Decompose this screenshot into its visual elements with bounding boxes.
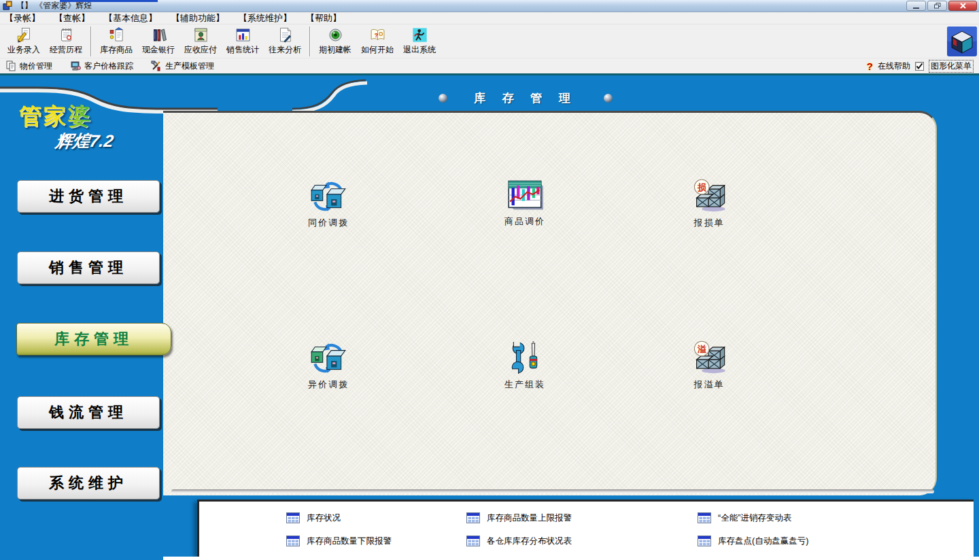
sphere-ornament-icon <box>439 94 447 103</box>
menu-query[interactable]: 【查帐】 <box>54 12 90 24</box>
menu-system-maintenance[interactable]: 【系统维护】 <box>239 12 292 24</box>
toolbar-label: 业务录入 <box>7 44 40 56</box>
production-template-icon <box>151 60 162 71</box>
exit-system-button[interactable]: 退出系统 <box>398 27 441 56</box>
report-almighty-flow-table[interactable]: “全能”进销存变动表 <box>698 512 974 524</box>
restore-button[interactable] <box>927 1 947 11</box>
table-icon <box>466 512 480 523</box>
production-template-button[interactable]: 生产模板管理 <box>151 60 214 72</box>
secondary-toolbar-right: ? 在线帮助 图形化菜单 <box>867 60 974 73</box>
brand-cube-icon[interactable] <box>947 27 977 56</box>
app-icon <box>3 1 13 11</box>
secondary-toolbar: 物价管理 客户价格跟踪 生产模板管理 ? 在线帮助 <box>0 58 979 73</box>
secondary-toolbar-left: 物价管理 客户价格跟踪 生产模板管理 <box>5 60 214 72</box>
operation-history-button[interactable]: 经营历程 <box>45 27 87 56</box>
check-icon <box>916 63 923 70</box>
bottom-edge-strip <box>163 557 979 560</box>
initial-account-icon <box>327 27 344 43</box>
toolbar-label: 销售统计 <box>226 44 259 56</box>
table-icon <box>286 536 300 546</box>
module-label: 生产组装 <box>504 379 545 391</box>
cash-bank-icon <box>150 27 167 43</box>
graphical-menu-label[interactable]: 图形化菜单 <box>929 60 974 73</box>
minimize-button[interactable] <box>906 1 926 11</box>
minimize-icon <box>913 7 919 9</box>
report-stocktaking[interactable]: 库存盘点(自动盘赢盘亏) <box>698 536 974 547</box>
report-lower-limit-alert[interactable]: 库存商品数量下限报警 <box>286 536 466 547</box>
online-help-label[interactable]: 在线帮助 <box>878 60 910 72</box>
module-goods-price-adjust[interactable]: 商品调价 <box>477 179 572 241</box>
sidebar-item-system-maintenance[interactable]: 系统维护 <box>17 467 160 500</box>
business-entry-icon <box>16 27 33 43</box>
toolbar-label: 如何开始 <box>361 44 394 56</box>
background-window-strip <box>60 0 158 2</box>
receivable-payable-button[interactable]: 应收应付 <box>179 27 222 56</box>
module-production-assembly[interactable]: 生产组装 <box>477 340 572 403</box>
report-label: 库存商品数量下限报警 <box>307 536 392 547</box>
surplus-badge-text: 溢 <box>698 344 707 354</box>
module-surplus-note[interactable]: 溢 报溢单 <box>662 340 757 403</box>
restore-icon <box>934 3 941 9</box>
toolbar2-label: 物价管理 <box>20 60 52 72</box>
svg-text:?: ? <box>374 32 377 39</box>
sidebar-item-sales[interactable]: 销售管理 <box>17 251 160 284</box>
table-icon <box>698 536 711 546</box>
table-icon <box>286 512 300 523</box>
divider-ridge <box>171 489 934 493</box>
report-upper-limit-alert[interactable]: 库存商品数量上限报警 <box>466 512 698 524</box>
transaction-analysis-icon <box>277 27 294 43</box>
menu-help[interactable]: 【帮助】 <box>306 12 341 24</box>
sidebar-item-purchase[interactable]: 进货管理 <box>17 180 160 213</box>
how-to-start-icon: ? <box>369 27 386 43</box>
toolbar-label: 期初建帐 <box>319 44 351 56</box>
toolbar-label: 往来分析 <box>269 44 301 56</box>
graphical-menu-checkbox[interactable] <box>915 62 924 71</box>
goods-price-adjust-icon <box>506 179 543 211</box>
report-label: “全能”进销存变动表 <box>718 512 791 524</box>
module-loss-note[interactable]: 损 报损单 <box>662 179 757 241</box>
loss-note-icon: 损 <box>691 179 727 213</box>
module-label: 商品调价 <box>504 215 545 228</box>
module-diff-price-transfer[interactable]: 异价调拨 <box>281 340 376 403</box>
report-inventory-status[interactable]: 库存状况 <box>286 512 466 524</box>
module-same-price-transfer[interactable]: 同价调拨 <box>281 179 376 241</box>
sidebar-item-cashflow[interactable]: 钱流管理 <box>17 396 160 429</box>
same-price-transfer-icon <box>309 179 348 213</box>
content-area: 同价调拨 商品调价 <box>163 111 937 495</box>
price-management-button[interactable]: 物价管理 <box>5 60 52 72</box>
toolbar-label: 退出系统 <box>403 44 436 56</box>
sales-statistics-icon <box>235 27 252 43</box>
receivable-payable-icon <box>192 27 209 43</box>
brand-logo-title: 管家婆 <box>19 101 92 132</box>
module-label: 报溢单 <box>694 379 725 391</box>
initial-account-button[interactable]: 期初建帐 <box>314 27 356 56</box>
how-to-start-button[interactable]: ? 如何开始 <box>356 27 398 56</box>
cash-bank-button[interactable]: 现金银行 <box>137 27 179 56</box>
close-button[interactable] <box>948 1 977 11</box>
inventory-goods-button[interactable]: 库存商品 <box>95 27 137 56</box>
toolbar-label: 库存商品 <box>100 44 133 56</box>
report-label: 库存状况 <box>307 512 341 524</box>
menu-aux-functions[interactable]: 【辅助功能】 <box>171 12 224 24</box>
exit-system-icon <box>411 27 428 43</box>
business-entry-button[interactable]: 业务录入 <box>3 27 45 56</box>
close-icon <box>960 3 966 9</box>
transaction-analysis-button[interactable]: 往来分析 <box>264 27 306 56</box>
toolbar2-label: 客户价格跟踪 <box>84 60 133 72</box>
production-assembly-icon <box>508 340 542 374</box>
toolbar-label: 经营历程 <box>50 44 82 56</box>
diff-price-transfer-icon <box>309 340 348 374</box>
menu-basic-info[interactable]: 【基本信息】 <box>104 12 157 24</box>
toolbar2-label: 生产模板管理 <box>165 60 214 72</box>
menu-record[interactable]: 【录帐】 <box>5 12 40 24</box>
sales-statistics-button[interactable]: 销售统计 <box>222 27 264 56</box>
online-help-icon[interactable]: ? <box>867 60 873 72</box>
operation-history-icon <box>58 27 75 43</box>
table-icon <box>466 536 480 546</box>
table-icon <box>698 512 711 523</box>
module-label: 报损单 <box>694 217 725 229</box>
title-bar: 【】 《管家婆》辉煌 <box>0 0 979 12</box>
report-warehouse-distribution[interactable]: 各仓库库存分布状况表 <box>466 536 698 547</box>
customer-price-tracking-button[interactable]: 客户价格跟踪 <box>70 60 133 72</box>
sidebar-item-inventory[interactable]: 库存管理 <box>16 323 171 355</box>
